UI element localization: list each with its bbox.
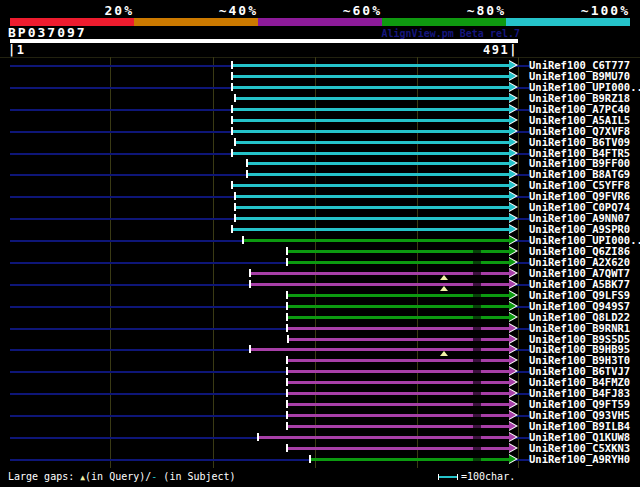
watermark-text: AlignView.pm Beta rel.7 — [300, 28, 520, 39]
hit-alignment-bar[interactable] — [247, 162, 509, 165]
hit-alignment-bar[interactable] — [235, 217, 509, 220]
subject-gap-dash — [473, 316, 481, 319]
hit-alignment-bar[interactable] — [232, 86, 509, 89]
hit-start-tick — [234, 203, 236, 211]
subject-gap-dash — [473, 261, 481, 264]
gap-legend-label: Large gaps: — [8, 471, 80, 482]
hit-start-tick — [234, 94, 236, 102]
gap-legend-query-text: (in Query)/ — [85, 471, 151, 482]
hit-start-tick — [249, 345, 251, 353]
hit-arrowhead — [509, 411, 516, 419]
identity-scale-tick-label: ~40% — [168, 3, 258, 18]
subject-gap-dash — [473, 305, 481, 308]
subject-gap-dash — [473, 381, 481, 384]
subject-gap-dash — [473, 392, 481, 395]
hit-arrowhead — [509, 356, 516, 364]
query-title: BP037097 — [8, 25, 87, 40]
hit-arrowhead — [509, 94, 516, 102]
hit-label[interactable]: UniRef100_A9RYH0 — [529, 453, 630, 466]
subject-gap-dash — [473, 370, 481, 373]
hit-arrowhead — [509, 258, 516, 266]
subject-gap-dash — [473, 294, 481, 297]
subject-gap-dash — [473, 348, 481, 351]
scale-bar-left-tick — [438, 474, 439, 480]
hit-start-tick — [286, 356, 288, 364]
hit-start-tick — [246, 170, 248, 178]
hit-alignment-bar[interactable] — [243, 239, 509, 242]
hit-start-tick — [286, 411, 288, 419]
hit-arrowhead — [509, 335, 516, 343]
scale-bar-sample-line — [439, 476, 457, 478]
gap-legend: Large gaps: ▲(in Query)/- (in Subject) — [8, 470, 236, 484]
hit-start-tick — [286, 247, 288, 255]
hit-arrowhead — [509, 116, 516, 124]
hit-alignment-bar[interactable] — [232, 152, 509, 155]
identity-scale-tick-label: ~100% — [540, 3, 630, 18]
hit-arrowhead — [509, 83, 516, 91]
hit-start-tick — [231, 225, 233, 233]
hit-alignment-bar[interactable] — [232, 119, 509, 122]
hit-start-tick — [231, 105, 233, 113]
hit-arrowhead — [509, 214, 516, 222]
hit-arrowhead — [509, 72, 516, 80]
hit-start-tick — [231, 181, 233, 189]
hit-alignment-bar[interactable] — [235, 195, 509, 198]
hit-arrowhead — [509, 61, 516, 69]
subject-gap-dash — [473, 414, 481, 417]
hit-start-tick — [286, 313, 288, 321]
hit-start-tick — [286, 422, 288, 430]
hit-arrowhead — [509, 345, 516, 353]
scale-bar-right-tick — [457, 474, 458, 480]
hit-arrowhead — [509, 378, 516, 386]
hit-alignment-bar[interactable] — [235, 141, 509, 144]
hit-alignment-bar[interactable] — [235, 206, 509, 209]
subject-gap-dash — [473, 283, 481, 286]
hit-alignment-bar[interactable] — [250, 283, 509, 286]
hit-start-tick — [309, 455, 311, 463]
subject-gap-dash — [473, 272, 481, 275]
hit-arrowhead — [509, 269, 516, 277]
hit-start-tick — [234, 214, 236, 222]
hit-arrowhead — [509, 367, 516, 375]
hit-arrowhead — [509, 170, 516, 178]
hit-start-tick — [231, 72, 233, 80]
identity-scale-tick-label: ~60% — [292, 3, 382, 18]
hit-start-tick — [286, 400, 288, 408]
hit-alignment-bar[interactable] — [232, 75, 509, 78]
hit-alignment-bar[interactable] — [232, 184, 509, 187]
hit-alignment-bar[interactable] — [247, 173, 509, 176]
hit-alignment-bar[interactable] — [258, 436, 509, 439]
hit-alignment-bar[interactable] — [250, 272, 509, 275]
identity-scale-segment — [382, 18, 506, 26]
hit-start-tick — [286, 324, 288, 332]
hit-alignment-bar[interactable] — [232, 64, 509, 67]
hit-arrowhead — [509, 149, 516, 157]
identity-scale-tick-label: ~80% — [416, 3, 506, 18]
hit-start-tick — [286, 302, 288, 310]
subject-gap-dash — [473, 359, 481, 362]
hit-start-tick — [257, 433, 259, 441]
hit-arrowhead — [509, 236, 516, 244]
hit-start-tick — [249, 269, 251, 277]
hit-arrowhead — [509, 389, 516, 397]
query-gap-triangle — [440, 351, 448, 356]
hit-arrowhead — [509, 247, 516, 255]
scale-bar-length-label: =100char. — [461, 470, 515, 484]
hit-arrowhead — [509, 291, 516, 299]
hit-alignment-bar[interactable] — [250, 348, 509, 351]
hit-alignment-bar[interactable] — [232, 228, 509, 231]
hit-alignment-bar[interactable] — [232, 130, 509, 133]
ruler-end-label: 491| — [400, 43, 518, 57]
subject-gap-dash — [473, 436, 481, 439]
ruler-start-label: |1 — [8, 43, 25, 57]
hit-start-tick — [234, 138, 236, 146]
hit-arrowhead — [509, 181, 516, 189]
hit-start-tick — [286, 258, 288, 266]
hit-start-tick — [242, 236, 244, 244]
hit-start-tick — [231, 61, 233, 69]
hit-start-tick — [246, 159, 248, 167]
hit-alignment-bar[interactable] — [235, 97, 509, 100]
hit-arrowhead — [509, 422, 516, 430]
subject-gap-dash — [473, 250, 481, 253]
hit-alignment-bar[interactable] — [232, 108, 509, 111]
